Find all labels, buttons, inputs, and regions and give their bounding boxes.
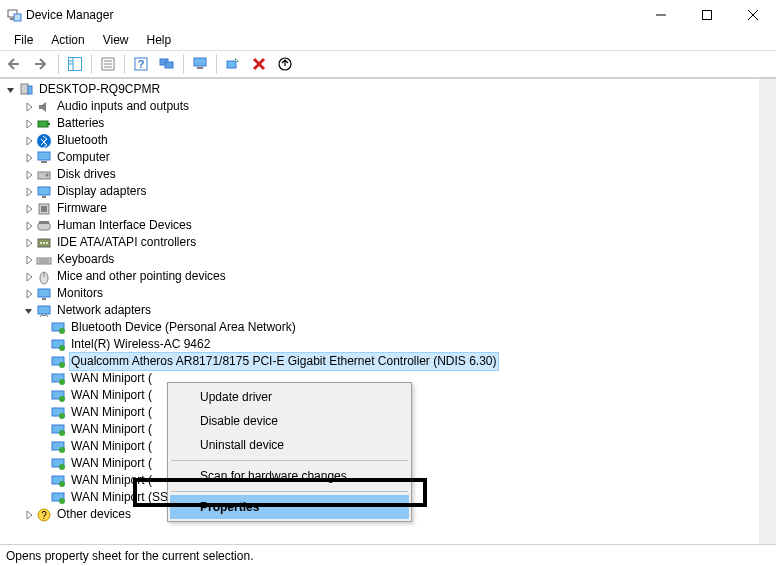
tree-device-label: WAN Miniport ( xyxy=(69,421,154,438)
tree-root[interactable]: DESKTOP-RQ9CPMR xyxy=(4,81,776,98)
tree-category[interactable]: Network adapters xyxy=(4,302,776,319)
close-button[interactable] xyxy=(730,0,776,30)
twisty-closed-icon[interactable] xyxy=(22,149,36,166)
svg-text:?: ? xyxy=(41,510,47,521)
twisty-open-icon[interactable] xyxy=(4,81,18,98)
tree-category-label: IDE ATA/ATAPI controllers xyxy=(55,234,198,251)
svg-rect-20 xyxy=(197,67,203,69)
tree-category-label: Network adapters xyxy=(55,302,153,319)
tree-device-label: WAN Miniport ( xyxy=(69,370,154,387)
monitors-button[interactable] xyxy=(155,53,179,75)
svg-rect-44 xyxy=(37,258,51,264)
twisty-closed-icon[interactable] xyxy=(22,166,36,183)
display-icon xyxy=(36,184,52,200)
ctx-scan-hardware[interactable]: Scan for hardware changes xyxy=(170,464,409,488)
network-adapter-icon xyxy=(50,371,66,387)
tree-category-label: Mice and other pointing devices xyxy=(55,268,228,285)
svg-rect-2 xyxy=(14,14,21,21)
tree-category[interactable]: Display adapters xyxy=(4,183,776,200)
network-adapter-icon xyxy=(50,439,66,455)
titlebar: Device Manager xyxy=(0,0,776,30)
tree-category[interactable]: Disk drives xyxy=(4,166,776,183)
tree-category[interactable]: Firmware xyxy=(4,200,776,217)
tree-category[interactable]: Audio inputs and outputs xyxy=(4,98,776,115)
tree-device-label: WAN Miniport ( xyxy=(69,387,154,404)
tree-device[interactable]: Bluetooth Device (Personal Area Network) xyxy=(4,319,776,336)
help-button[interactable]: ? xyxy=(129,53,153,75)
show-hide-tree-button[interactable] xyxy=(63,53,87,75)
toolbar-separator xyxy=(124,54,125,74)
update-button[interactable] xyxy=(273,53,297,75)
delete-button[interactable] xyxy=(247,53,271,75)
tree-device-label: Intel(R) Wireless-AC 9462 xyxy=(69,336,212,353)
svg-point-33 xyxy=(46,173,49,176)
tree-device-label: WAN Miniport ( xyxy=(69,404,154,421)
tree-device-label: Qualcomm Atheros AR8171/8175 PCI-E Gigab… xyxy=(69,352,499,371)
menu-file[interactable]: File xyxy=(6,32,41,48)
svg-rect-50 xyxy=(42,298,46,300)
ctx-disable-device[interactable]: Disable device xyxy=(170,409,409,433)
svg-point-58 xyxy=(59,362,65,368)
computer-button[interactable] xyxy=(188,53,212,75)
menu-action[interactable]: Action xyxy=(43,32,92,48)
twisty-closed-icon[interactable] xyxy=(22,132,36,149)
speaker-icon xyxy=(36,99,52,115)
tree-category[interactable]: Monitors xyxy=(4,285,776,302)
menu-help[interactable]: Help xyxy=(139,32,180,48)
maximize-button[interactable] xyxy=(684,0,730,30)
network-adapter-icon xyxy=(50,354,66,370)
twisty-closed-icon[interactable] xyxy=(22,285,36,302)
svg-rect-37 xyxy=(41,206,47,212)
tree-category[interactable]: Keyboards xyxy=(4,251,776,268)
tree-category-label: Other devices xyxy=(55,506,133,523)
tree-device-label: WAN Miniport ( xyxy=(69,455,154,472)
tree-category[interactable]: Computer xyxy=(4,149,776,166)
disk-icon xyxy=(36,167,52,183)
network-adapter-icon xyxy=(50,422,66,438)
svg-rect-51 xyxy=(38,306,50,314)
vertical-scrollbar[interactable] xyxy=(759,79,776,544)
twisty-closed-icon[interactable] xyxy=(22,217,36,234)
back-button[interactable] xyxy=(4,53,28,75)
svg-rect-4 xyxy=(703,11,712,20)
tree-category[interactable]: Batteries xyxy=(4,115,776,132)
twisty-closed-icon[interactable] xyxy=(22,200,36,217)
tree-category[interactable]: Bluetooth xyxy=(4,132,776,149)
forward-button[interactable] xyxy=(30,53,54,75)
scan-button[interactable] xyxy=(221,53,245,75)
firmware-icon xyxy=(36,201,52,217)
tree-category[interactable]: IDE ATA/ATAPI controllers xyxy=(4,234,776,251)
ctx-properties[interactable]: Properties xyxy=(170,495,409,519)
svg-text:?: ? xyxy=(138,58,145,70)
menu-view[interactable]: View xyxy=(95,32,137,48)
minimize-button[interactable] xyxy=(638,0,684,30)
twisty-closed-icon[interactable] xyxy=(22,234,36,251)
ctx-update-driver[interactable]: Update driver xyxy=(170,385,409,409)
tree-category-label: Computer xyxy=(55,149,112,166)
tree-device[interactable]: Intel(R) Wireless-AC 9462 xyxy=(4,336,776,353)
ctx-uninstall-device[interactable]: Uninstall device xyxy=(170,433,409,457)
twisty-open-icon[interactable] xyxy=(22,302,36,319)
network-adapter-icon xyxy=(50,456,66,472)
twisty-closed-icon[interactable] xyxy=(22,268,36,285)
computer-icon xyxy=(36,150,52,166)
twisty-closed-icon[interactable] xyxy=(22,251,36,268)
network-adapter-icon xyxy=(50,473,66,489)
properties-button[interactable] xyxy=(96,53,120,75)
network-adapter-icon xyxy=(50,320,66,336)
tree-category[interactable]: Human Interface Devices xyxy=(4,217,776,234)
tree-category-label: Keyboards xyxy=(55,251,116,268)
twisty-closed-icon[interactable] xyxy=(22,98,36,115)
svg-point-68 xyxy=(59,447,65,453)
svg-rect-30 xyxy=(38,152,50,160)
svg-rect-34 xyxy=(38,187,50,195)
twisty-closed-icon[interactable] xyxy=(22,183,36,200)
twisty-closed-icon[interactable] xyxy=(22,506,36,523)
tree-device-label: WAN Miniport ( xyxy=(69,438,154,455)
svg-rect-52 xyxy=(42,315,46,316)
tree-device-label: WAN Miniport ( xyxy=(69,472,154,489)
tree-device[interactable]: Qualcomm Atheros AR8171/8175 PCI-E Gigab… xyxy=(4,353,776,370)
keyboard-icon xyxy=(36,252,52,268)
twisty-closed-icon[interactable] xyxy=(22,115,36,132)
tree-category[interactable]: Mice and other pointing devices xyxy=(4,268,776,285)
